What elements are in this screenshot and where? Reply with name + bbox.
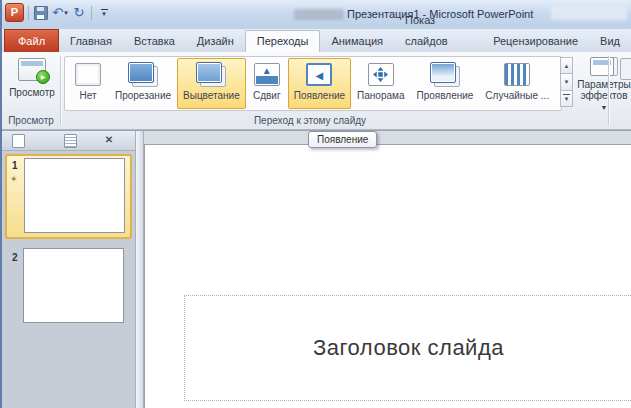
powerpoint-window: P ↶▾ ↻ ▾ Презентация1 - Microsoft PowerP… <box>0 0 631 408</box>
gallery-expand-icon <box>563 94 570 95</box>
redacted-blur <box>294 9 344 20</box>
transition-reveal[interactable]: Проявление <box>410 58 479 109</box>
tab-slideshow[interactable]: Показ слайдов <box>394 10 482 52</box>
preview-button[interactable]: ▶ Просмотр <box>8 56 56 108</box>
tab-review[interactable]: Рецензирование <box>482 31 589 52</box>
transition-fade[interactable]: Выцветание <box>177 58 246 109</box>
panel-splitter[interactable] <box>136 131 144 408</box>
gallery-row-down-button[interactable]: ▼ <box>560 73 573 90</box>
transition-cut[interactable]: Прорезание <box>109 58 177 109</box>
tab-file[interactable]: Файл <box>4 29 59 52</box>
next-group-partial-icon <box>620 58 631 80</box>
group-label-transition: Переход к этому слайду <box>64 115 556 126</box>
slide-number: 1 <box>12 160 18 171</box>
transition-push[interactable]: ▲ Сдвиг <box>246 58 288 109</box>
title-placeholder[interactable]: Заголовок слайда <box>184 295 631 401</box>
outline-tab-icon[interactable] <box>64 134 77 148</box>
redacted-blur <box>551 6 627 20</box>
row-down-icon: ▼ <box>564 79 570 85</box>
undo-icon: ↶ <box>52 5 63 20</box>
preview-play-icon: ▶ <box>18 58 46 81</box>
customize-quick-access-button[interactable]: ▾ <box>96 4 112 21</box>
redo-button[interactable]: ↻ <box>71 4 87 21</box>
transition-reveal-icon <box>430 62 460 87</box>
row-up-icon: ▲ <box>564 63 570 69</box>
group-label-preview: Просмотр <box>2 115 60 126</box>
tooltip: Появление <box>308 131 377 148</box>
slides-tab-icon[interactable] <box>12 134 25 148</box>
transition-split-icon <box>366 62 396 87</box>
chevron-down-icon: ▼ <box>601 104 608 111</box>
tab-home[interactable]: Главная <box>59 31 123 52</box>
gallery-scrollbar: ▲ ▼ ▼ <box>560 57 573 106</box>
transition-none[interactable]: Нет <box>67 58 109 109</box>
gallery-row-up-button[interactable]: ▲ <box>560 57 573 74</box>
transition-split[interactable]: Панорама <box>351 58 410 109</box>
tab-design[interactable]: Дизайн <box>186 31 245 52</box>
slides-panel-header: ✕ <box>2 131 135 151</box>
ribbon-tab-bar: Файл Главная Вставка Дизайн Переходы Ани… <box>2 29 631 52</box>
slides-panel: ✕ 1 ✶ 2 <box>2 131 136 408</box>
transition-push-icon: ▲ <box>252 62 282 87</box>
group-divider <box>60 56 61 125</box>
slide-thumbnail-1[interactable]: 1 ✶ <box>5 154 132 239</box>
slide-number: 2 <box>12 252 18 263</box>
slide-editor: Заголовок слайда <box>144 131 631 408</box>
transition-random-bars-icon <box>502 62 532 87</box>
transition-none-icon <box>73 62 103 87</box>
effect-options-icon <box>590 57 618 76</box>
slide-1-image <box>24 158 125 233</box>
transition-cut-icon <box>128 62 158 87</box>
close-icon[interactable]: ✕ <box>102 133 116 147</box>
redo-icon: ↻ <box>74 5 85 20</box>
ribbon: ▶ Просмотр Просмотр Нет Прорезание Выцве… <box>2 52 631 130</box>
slide-thumbnail-2[interactable] <box>23 248 124 323</box>
gallery-expand-button[interactable]: ▼ <box>560 90 573 107</box>
title-placeholder-text: Заголовок слайда <box>313 335 504 361</box>
divider <box>28 6 29 20</box>
tab-insert[interactable]: Вставка <box>123 31 186 52</box>
tab-animations[interactable]: Анимация <box>320 31 394 52</box>
title-bar: P ↶▾ ↻ ▾ Презентация1 - Microsoft PowerP… <box>2 0 631 30</box>
powerpoint-app-icon[interactable]: P <box>5 3 24 22</box>
transition-wipe[interactable]: ◀ Появление <box>288 58 351 109</box>
divider <box>91 6 92 20</box>
undo-button[interactable]: ↶▾ <box>52 4 68 21</box>
chevron-down-icon: ▾ <box>64 9 68 17</box>
transition-gallery: Нет Прорезание Выцветание ▲ Сдвиг ◀ <box>64 56 562 111</box>
transition-applied-star-icon[interactable]: ✶ <box>10 174 18 184</box>
tab-view[interactable]: Вид <box>589 31 631 52</box>
transition-fade-icon <box>196 62 226 87</box>
quick-access-toolbar: P ↶▾ ↻ ▾ <box>5 3 112 22</box>
group-divider <box>608 56 609 125</box>
transition-random-bars[interactable]: Случайные ... <box>479 58 555 109</box>
slide-canvas[interactable]: Заголовок слайда <box>144 144 631 408</box>
customize-quick-access-icon <box>101 9 108 10</box>
tab-transitions[interactable]: Переходы <box>245 30 321 52</box>
workspace: ✕ 1 ✶ 2 Заголовок слайда <box>2 130 631 408</box>
save-button[interactable] <box>33 4 49 21</box>
save-icon <box>34 6 48 20</box>
transition-wipe-icon: ◀ <box>304 62 334 87</box>
